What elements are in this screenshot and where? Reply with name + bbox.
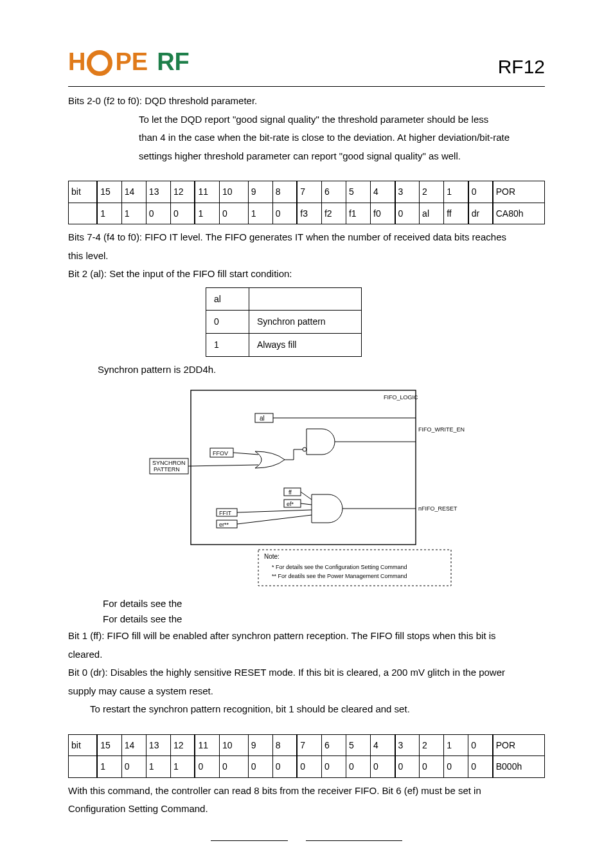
cell: 12 bbox=[170, 181, 195, 203]
cell: 1 bbox=[97, 203, 121, 224]
note-l1: * For details see the Configuration Sett… bbox=[272, 564, 407, 570]
cell: 1 bbox=[444, 734, 468, 756]
cell: ff bbox=[444, 203, 468, 224]
label-ffov: FFOV bbox=[213, 450, 228, 457]
note-l2: ** For deatils see the Power Management … bbox=[272, 573, 407, 579]
cell: 13 bbox=[146, 734, 170, 756]
cell: POR bbox=[493, 734, 545, 756]
svg-line-19 bbox=[237, 515, 312, 524]
cell: 0 bbox=[297, 756, 321, 778]
label-al: al bbox=[260, 415, 265, 422]
cell: 11 bbox=[195, 734, 219, 756]
cell: 0 bbox=[220, 756, 249, 778]
hope-rf-logo: H PE RF bbox=[68, 39, 190, 85]
cell: bit bbox=[69, 734, 98, 756]
cell: 9 bbox=[248, 734, 272, 756]
cell: 0 bbox=[272, 756, 297, 778]
table-row: al bbox=[206, 287, 362, 311]
logo-o-icon bbox=[87, 50, 112, 76]
footer-rule-left bbox=[211, 840, 288, 841]
details-l1: For details see the bbox=[103, 596, 545, 611]
svg-line-13 bbox=[301, 492, 312, 500]
label-synpat1: SYNCHRON bbox=[152, 460, 186, 466]
doc-header: H PE RF RF12 bbox=[68, 39, 545, 85]
bit-table-1: bit 15 14 13 12 11 10 9 8 7 6 5 4 3 2 1 … bbox=[68, 181, 545, 224]
cell: al bbox=[420, 203, 444, 224]
table-row: 1 0 1 1 0 0 0 0 0 0 0 0 0 0 0 0 B000h bbox=[69, 756, 545, 778]
cell: 8 bbox=[272, 734, 297, 756]
label-erstar: er** bbox=[219, 521, 229, 528]
cell: 1 bbox=[248, 203, 272, 224]
label-fifo-write-en: FIFO_WRITE_EN bbox=[418, 426, 465, 433]
cell: 12 bbox=[170, 734, 195, 756]
cell: 5 bbox=[346, 181, 370, 203]
cell: 1 bbox=[121, 203, 146, 224]
cell bbox=[69, 756, 98, 778]
cell: 4 bbox=[371, 734, 395, 756]
cell: 1 bbox=[146, 756, 170, 778]
cell: 0 bbox=[468, 734, 493, 756]
svg-line-15 bbox=[301, 503, 312, 505]
cell: 3 bbox=[395, 181, 420, 203]
svg-line-17 bbox=[237, 510, 312, 512]
cell: 6 bbox=[321, 181, 346, 203]
synchron-line: Synchron pattern is 2DD4h. bbox=[98, 361, 545, 379]
label-fifo-logic: FIFO_LOGIC bbox=[384, 394, 418, 401]
post-l4: supply may cause a system reset. bbox=[68, 682, 545, 701]
cell: 3 bbox=[395, 734, 420, 756]
after1-l3: Bit 2 (al): Set the input of the FIFO fi… bbox=[68, 265, 545, 284]
cell: 0 bbox=[248, 756, 272, 778]
cell: 0 bbox=[420, 756, 444, 778]
cell: 9 bbox=[248, 181, 272, 203]
cell: 0 bbox=[395, 203, 420, 224]
cell: 13 bbox=[146, 181, 170, 203]
cell bbox=[249, 287, 362, 311]
post-l2: cleared. bbox=[68, 646, 545, 664]
cell: 0 bbox=[468, 181, 493, 203]
svg-point-4 bbox=[303, 448, 306, 451]
cell: 4 bbox=[371, 181, 395, 203]
table-row: 1 Always fill bbox=[206, 334, 362, 357]
cell bbox=[69, 203, 98, 224]
cell: 0 bbox=[395, 756, 420, 778]
cell: 1 bbox=[195, 203, 219, 224]
cell: 0 bbox=[170, 203, 195, 224]
cell: 10 bbox=[220, 181, 249, 203]
cell: 0 bbox=[121, 756, 146, 778]
svg-rect-12 bbox=[284, 488, 301, 496]
cell: 0 bbox=[146, 203, 170, 224]
label-ffit: FFIT bbox=[219, 510, 231, 516]
cell: 8 bbox=[272, 181, 297, 203]
cell: f0 bbox=[371, 203, 395, 224]
cell: B000h bbox=[493, 756, 545, 778]
cell: 0 bbox=[272, 203, 297, 224]
logo-rf: RF bbox=[157, 39, 190, 85]
intro-l4: settings higher threshold parameter can … bbox=[139, 147, 545, 166]
cell: 14 bbox=[121, 181, 146, 203]
product-name: RF12 bbox=[498, 48, 545, 85]
cell: 14 bbox=[121, 734, 146, 756]
label-nfifo-reset: nFIFO_RESET bbox=[418, 505, 458, 512]
fifo-logic-diagram: FIFO_LOGIC al FIFO_WRITE_EN FFOV SYNCHRO… bbox=[68, 384, 545, 590]
details-l2: For details see the bbox=[103, 611, 545, 627]
logo-pe: PE bbox=[115, 39, 148, 85]
cell: CA80h bbox=[493, 203, 545, 224]
cell: 1 bbox=[206, 334, 249, 357]
cell: 1 bbox=[97, 756, 121, 778]
cell: 10 bbox=[220, 734, 249, 756]
cell: Synchron pattern bbox=[249, 311, 362, 334]
intro-l1: Bits 2-0 (f2 to f0): DQD threshold param… bbox=[68, 92, 545, 111]
diagram-svg: FIFO_LOGIC al FIFO_WRITE_EN FFOV SYNCHRO… bbox=[146, 384, 467, 590]
post-l3: Bit 0 (dr): Disables the highly sensitiv… bbox=[68, 664, 545, 682]
footer-rule-right bbox=[306, 840, 402, 841]
cell: 0 bbox=[346, 756, 370, 778]
table-row: bit 15 14 13 12 11 10 9 8 7 6 5 4 3 2 1 … bbox=[69, 181, 545, 203]
al-table: al 0 Synchron pattern 1 Always fill bbox=[206, 287, 362, 357]
table-row: 1 1 0 0 1 0 1 0 f3 f2 f1 f0 0 al ff dr C… bbox=[69, 203, 545, 224]
after1-l2: this level. bbox=[68, 247, 545, 266]
cell: 2 bbox=[420, 734, 444, 756]
cell: 11 bbox=[195, 181, 219, 203]
cell: f1 bbox=[346, 203, 370, 224]
cell: 7 bbox=[297, 734, 321, 756]
label-synpat2: PATTERN bbox=[154, 466, 180, 473]
